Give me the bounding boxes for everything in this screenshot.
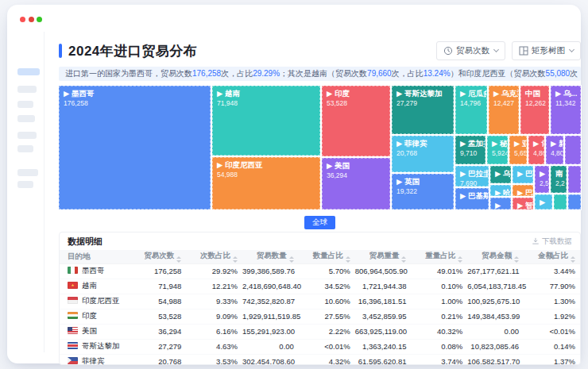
table-cell: <0.01% <box>524 324 580 339</box>
sort-icon[interactable] <box>514 256 519 263</box>
sort-icon[interactable] <box>458 256 462 263</box>
treemap-tile-pakistan[interactable]: ▶ 巴基斯坦 <box>455 188 489 209</box>
sort-icon[interactable] <box>289 256 294 263</box>
table-cell: 1,721,944.38 <box>355 279 412 294</box>
table-cell: 6,054,183,718.45 <box>467 279 524 294</box>
column-header-amount-pct[interactable]: 金额占比 <box>524 250 580 263</box>
sidebar-item-skeleton <box>17 101 33 108</box>
table-cell: 302,454,708.60 <box>242 354 299 365</box>
column-header-weight-pct[interactable]: 重量占比 <box>411 250 467 263</box>
table-cell: 0.08% <box>411 339 467 354</box>
treemap-tile-india[interactable]: ▶ 印度53,528 <box>322 86 390 156</box>
treemap-tile-small-6[interactable] <box>554 194 567 209</box>
treemap-tile-ecuador[interactable]: ▶ 厄瓜多尔14,796 <box>455 86 487 134</box>
treemap-tile-china[interactable]: 中国12,262 <box>520 86 549 134</box>
treemap-tile-paraguay[interactable]: ▶ 巴拉圭7,690 <box>455 166 489 186</box>
treemap-tile-mexico[interactable]: ▶ 墨西哥176,258 <box>59 86 211 209</box>
table-cell: 0.00 <box>467 324 524 339</box>
treemap-tile-south[interactable]: 南2,2 <box>551 166 567 193</box>
table-cell: 49.01% <box>411 263 467 279</box>
close-window-button[interactable] <box>20 17 25 22</box>
summary-banner: 进口第一的国家为墨西哥，贸易次数176,258次，占比29.29%；其次是越南（… <box>59 67 581 81</box>
column-header-count-pct[interactable]: 次数占比 <box>186 250 242 263</box>
treemap-tile-peru[interactable]: ▶ 秘鲁5,924 <box>487 136 508 164</box>
table-row[interactable]: 墨西哥176,25829.92%399,386,589.765.70%806,9… <box>60 263 580 279</box>
minimize-window-button[interactable] <box>29 17 34 22</box>
chart-type-select[interactable]: 矩形树图 <box>512 41 581 60</box>
column-header-dest: 目的地 <box>60 250 130 263</box>
treemap-tile-ukraine[interactable]: ▶ 乌克兰12,427 <box>489 86 519 134</box>
table-cell: 9.33% <box>186 294 242 309</box>
panel-title: 数据明细 <box>68 236 103 248</box>
treemap-tile-small-5[interactable]: ▶ <box>535 194 552 209</box>
treemap-tile-small-2[interactable]: ▶ <box>490 198 511 209</box>
destination-label: 印度 <box>82 311 97 320</box>
table-cell: 1,363,240.15 <box>355 339 412 354</box>
treemap-tile-chile[interactable]: ▶ 智利 <box>513 198 533 209</box>
treemap-tile-uk[interactable]: ▶ 英国19,322 <box>392 174 454 209</box>
table-cell: 10.60% <box>299 294 355 309</box>
treemap-tile-u-more[interactable]: ▶ 乌...11,342 <box>551 86 581 134</box>
sort-icon[interactable] <box>401 256 406 263</box>
table-row[interactable]: 印度尼西亚54,9889.33%742,352,820.8710.60%16,3… <box>60 294 580 309</box>
table-cell: 267,177,621.11 <box>467 263 524 279</box>
destination-label: 哥斯达黎加 <box>82 341 120 350</box>
treemap-tile-philippines[interactable]: ▶ 菲律宾20,768 <box>392 136 454 172</box>
table-cell: 399,386,589.76 <box>242 263 299 279</box>
table-cell: 53,528 <box>130 309 186 324</box>
download-button[interactable]: 下载数据 <box>532 236 572 247</box>
sort-icon[interactable] <box>176 256 181 263</box>
zoom-window-button[interactable] <box>37 17 42 22</box>
treemap-tile-usa[interactable]: ▶ 美国36,294 <box>322 158 390 209</box>
table-cell: 4.63% <box>186 339 242 354</box>
table-cell: 742,352,820.87 <box>242 294 299 309</box>
global-root-button[interactable]: 全球 <box>304 216 335 229</box>
treemap-tile-xin-more[interactable]: ▶ 新4,804 <box>546 136 563 164</box>
column-header-trade-weight[interactable]: 贸易重量 <box>355 250 412 263</box>
sidebar-item-skeleton <box>17 86 37 93</box>
treemap-tile-ya-more[interactable]: ▶ 亚5,650 <box>509 136 527 164</box>
column-header-qty-pct[interactable]: 数量占比 <box>299 250 355 263</box>
sort-icon[interactable] <box>571 256 575 263</box>
table-row[interactable]: 美国36,2946.16%155,291,923.002.22%663,925,… <box>60 324 580 339</box>
table-row[interactable]: 菲律宾20,7683.53%302,454,708.604.32%61,595,… <box>60 354 580 365</box>
sidebar-item-skeleton <box>17 169 38 176</box>
destination-label: 美国 <box>82 326 97 335</box>
treemap-tile-costa-rica[interactable]: ▶ 哥斯达黎加27,279 <box>392 86 454 134</box>
treemap-tile-ken-more[interactable]: ▶ 肯4,806 <box>528 136 544 164</box>
treemap-tile-bangladesh[interactable]: ▶ 孟加拉国9,710 <box>455 136 485 164</box>
treemap-tile-vietnam[interactable]: ▶ 越南71,948 <box>212 86 320 156</box>
treemap-icon <box>519 46 528 56</box>
table-row[interactable]: 越南71,94812.21%2,418,690,648.4034.52%1,72… <box>60 279 580 294</box>
treemap-tile-kazakhstan[interactable]: ▶ 哈萨... <box>490 185 511 196</box>
treemap-tile-small-7[interactable] <box>568 194 581 209</box>
column-header-trade-count[interactable]: 贸易次数 <box>130 250 186 263</box>
table-cell: <0.01% <box>299 339 355 354</box>
table-row[interactable]: 印度53,5289.09%1,929,911,519.8527.55%3,452… <box>60 309 580 324</box>
treemap-tile-ba-more[interactable]: ▶ 巴... <box>513 185 533 196</box>
download-icon <box>532 237 540 245</box>
metric-select[interactable]: 贸易次数 <box>436 41 505 60</box>
column-header-trade-amount[interactable]: 贸易金额 <box>467 250 524 263</box>
metric-select-label: 贸易次数 <box>456 45 489 56</box>
table-cell: 9.09% <box>186 309 242 324</box>
table-cell: 1.00% <box>411 294 467 309</box>
table-cell: 149,384,453.99 <box>467 309 524 324</box>
table-cell: 77.90% <box>524 279 580 294</box>
table-cell: 36,294 <box>130 324 186 339</box>
table-cell: 0.14% <box>524 339 580 354</box>
treemap-tile-small-3[interactable]: ▶ 2,5 <box>535 166 549 193</box>
treemap-tile-indonesia[interactable]: ▶ 印度尼西亚54,988 <box>212 157 320 209</box>
table-row[interactable]: 哥斯达黎加27,2794.63%0.00<0.01%1,363,240.150.… <box>60 339 580 354</box>
destination-label: 菲律宾 <box>82 356 105 365</box>
treemap-tile-uganda[interactable]: ▶ 乌干达 <box>490 166 511 183</box>
treemap-tile-small-4[interactable] <box>568 166 581 193</box>
table-cell: 54,988 <box>130 294 186 309</box>
table-cell: 0.10% <box>411 279 467 294</box>
treemap-tile-brazil[interactable]: ▶ 巴西 <box>513 166 533 183</box>
sort-icon[interactable] <box>233 256 238 263</box>
column-header-trade-qty[interactable]: 贸易数量 <box>242 250 299 263</box>
table-cell: 1.37% <box>524 354 580 365</box>
treemap-tile-small-1[interactable] <box>565 136 581 164</box>
sort-icon[interactable] <box>346 256 350 263</box>
